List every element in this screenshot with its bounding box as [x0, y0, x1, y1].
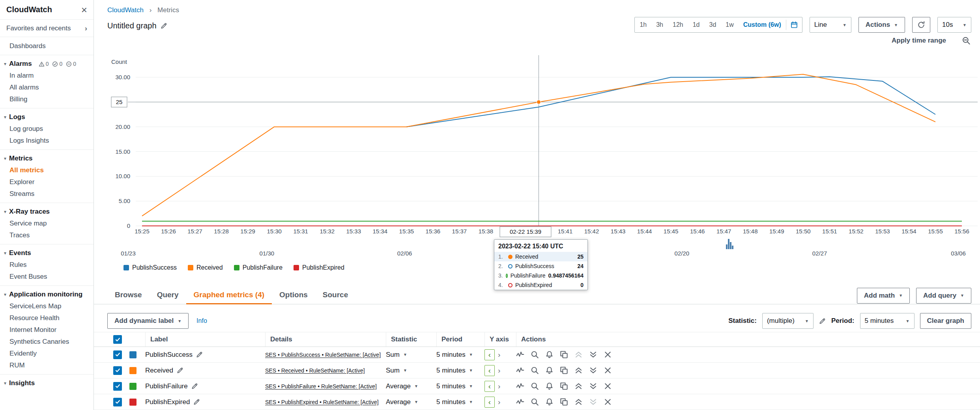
legend-item-publishexpired[interactable]: PublishExpired — [294, 264, 344, 271]
sidebar-item-billing[interactable]: Billing — [0, 93, 94, 105]
edit-statistic-icon[interactable] — [819, 318, 826, 324]
y-axis-right-button[interactable]: › — [498, 350, 500, 359]
period-select[interactable]: 5 minutes▼ — [436, 382, 473, 390]
duplicate-icon[interactable] — [560, 366, 568, 375]
duplicate-icon[interactable] — [560, 398, 568, 406]
period-select[interactable]: 5 minutes▼ — [436, 398, 473, 406]
legend-item-publishsuccess[interactable]: PublishSuccess — [123, 264, 177, 271]
sidebar-section-logs[interactable]: ▾Logs — [0, 111, 94, 123]
sidebar-item-logs-insights[interactable]: Logs Insights — [0, 135, 94, 147]
add-dynamic-label-button[interactable]: Add dynamic label ▼ — [107, 313, 189, 329]
zoom-icon[interactable] — [531, 382, 539, 390]
sidebar-section-events[interactable]: ▾Events — [0, 247, 94, 259]
select-all-checkbox[interactable] — [113, 335, 122, 344]
row-checkbox[interactable] — [113, 366, 122, 375]
metric-details[interactable]: SES • PublishSuccess • RuleSetName: [Act… — [265, 352, 381, 358]
edit-label-icon[interactable] — [193, 399, 200, 405]
sidebar-item-rules[interactable]: Rules — [0, 259, 94, 271]
sidebar-item-evidently[interactable]: Evidently — [0, 348, 94, 360]
row-checkbox[interactable] — [113, 350, 122, 359]
edit-label-icon[interactable] — [191, 383, 198, 390]
statistic-select[interactable]: Sum▼ — [386, 367, 407, 375]
sidebar-item-servicelens-map[interactable]: ServiceLens Map — [0, 300, 94, 312]
time-range-custom[interactable]: Custom (6w) — [739, 21, 786, 28]
row-checkbox[interactable] — [113, 398, 122, 406]
sidebar-item-event-buses[interactable]: Event Buses — [0, 271, 94, 283]
sparkline-icon[interactable] — [516, 366, 524, 375]
y-axis-left-button[interactable]: ‹ — [484, 397, 495, 408]
zoom-out-icon[interactable] — [962, 36, 971, 45]
move-down-icon[interactable] — [589, 350, 597, 359]
sidebar-item-service-map[interactable]: Service map — [0, 218, 94, 229]
metric-details[interactable]: SES • PublishFailure • RuleSetName: [Act… — [265, 383, 377, 390]
tab-source[interactable]: Source — [315, 287, 355, 304]
sidebar-item-all-metrics[interactable]: All metrics — [0, 164, 94, 176]
sidebar-section-application-monitoring[interactable]: ▾Application monitoring — [0, 289, 94, 300]
remove-icon[interactable] — [604, 382, 612, 390]
sparkline-icon[interactable] — [516, 382, 524, 390]
y-axis-left-button[interactable]: ‹ — [484, 365, 495, 376]
metric-details[interactable]: SES • Received • RuleSetName: [Active] — [265, 367, 365, 374]
sidebar-section-insights[interactable]: ▾Insights — [0, 377, 94, 389]
calendar-button[interactable] — [786, 21, 802, 28]
alarm-bell-icon[interactable] — [545, 382, 554, 390]
tab-options[interactable]: Options — [272, 287, 315, 304]
period-select[interactable]: 5 minutes▼ — [436, 367, 473, 375]
move-down-icon[interactable] — [589, 382, 597, 390]
remove-icon[interactable] — [604, 350, 612, 359]
y-axis-right-button[interactable]: › — [498, 366, 500, 375]
move-down-icon[interactable] — [589, 366, 597, 375]
sidebar-item-traces[interactable]: Traces — [0, 229, 94, 241]
period-select[interactable]: 5 minutes ▼ — [860, 313, 915, 329]
edit-title-icon[interactable] — [161, 22, 167, 29]
statistic-select[interactable]: Average▼ — [386, 398, 418, 406]
statistic-select[interactable]: (multiple) ▼ — [762, 313, 814, 329]
tab-query[interactable]: Query — [150, 287, 186, 304]
sparkline-icon[interactable] — [516, 398, 524, 406]
time-range-1h[interactable]: 1h — [635, 21, 651, 28]
zoom-icon[interactable] — [531, 366, 539, 375]
y-axis-left-button[interactable]: ‹ — [484, 349, 495, 360]
remove-icon[interactable] — [604, 366, 612, 375]
graph-type-select[interactable]: Line ▼ — [810, 17, 851, 33]
apply-time-range-button[interactable]: Apply time range — [892, 37, 946, 45]
edit-label-icon[interactable] — [177, 367, 183, 374]
clear-graph-button[interactable]: Clear graph — [920, 313, 971, 329]
sidebar-item-explorer[interactable]: Explorer — [0, 176, 94, 188]
tab-browse[interactable]: Browse — [107, 287, 150, 304]
metrics-line-chart[interactable]: Count05.0010.0015.0020.0030.0015:2515:26… — [94, 48, 980, 242]
sidebar-item-all-alarms[interactable]: All alarms — [0, 82, 94, 93]
time-range-1d[interactable]: 1d — [688, 21, 705, 28]
y-axis-left-button[interactable]: ‹ — [484, 381, 495, 392]
metric-details[interactable]: SES • PublishExpired • RuleSetName: [Act… — [265, 399, 379, 405]
info-link[interactable]: Info — [196, 317, 207, 324]
move-up-icon[interactable] — [574, 398, 583, 406]
time-range-1w[interactable]: 1w — [721, 21, 738, 28]
series-line-publishsuccess[interactable] — [406, 77, 935, 127]
move-down-icon[interactable] — [589, 398, 597, 406]
edit-label-icon[interactable] — [196, 351, 203, 358]
breadcrumb-cloudwatch[interactable]: CloudWatch — [107, 6, 144, 14]
zoom-icon[interactable] — [531, 350, 539, 359]
y-axis-right-button[interactable]: › — [498, 382, 500, 391]
sparkline-icon[interactable] — [516, 350, 524, 359]
sidebar-item-resource-health[interactable]: Resource Health — [0, 312, 94, 324]
statistic-select[interactable]: Sum▼ — [386, 351, 407, 359]
time-range-12h[interactable]: 12h — [668, 21, 688, 28]
legend-item-publishfailure[interactable]: PublishFailure — [234, 264, 282, 271]
sidebar-item-in-alarm[interactable]: In alarm — [0, 70, 94, 82]
duplicate-icon[interactable] — [560, 350, 568, 359]
add-math-button[interactable]: Add math ▼ — [857, 288, 910, 304]
sidebar-item-favorites-and-recents[interactable]: Favorites and recents › — [0, 20, 94, 37]
sidebar-item-dashboards[interactable]: Dashboards — [0, 40, 94, 52]
chart-area[interactable]: Count05.0010.0015.0020.0030.0015:2515:26… — [94, 48, 980, 242]
remove-icon[interactable] — [604, 398, 612, 406]
sidebar-section-x-ray-traces[interactable]: ▾X-Ray traces — [0, 206, 94, 218]
alarm-bell-icon[interactable] — [545, 350, 554, 359]
actions-button[interactable]: Actions ▼ — [858, 17, 905, 33]
move-up-icon[interactable] — [574, 366, 583, 375]
y-axis-right-button[interactable]: › — [498, 398, 500, 406]
sidebar-section-metrics[interactable]: ▾Metrics — [0, 153, 94, 164]
add-query-button[interactable]: Add query ▼ — [916, 288, 971, 304]
duplicate-icon[interactable] — [560, 382, 568, 390]
